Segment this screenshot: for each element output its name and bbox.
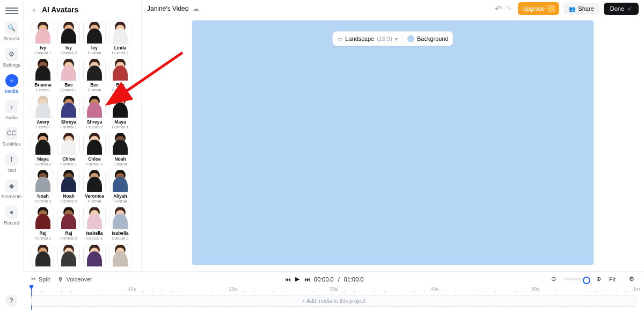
avatar-cell[interactable]	[57, 244, 80, 267]
cloud-sync-icon[interactable]: ☁	[193, 5, 199, 12]
timeline-settings-button[interactable]: ⚙	[627, 276, 636, 283]
hamburger-icon[interactable]	[5, 4, 18, 17]
avatar-name: Isabella	[112, 231, 128, 236]
ruler-minor-tick	[324, 291, 324, 292]
avatar-thumb	[32, 244, 54, 267]
ruler-minor-tick	[576, 291, 576, 292]
avatar-cell[interactable]	[83, 244, 106, 267]
nav-audio[interactable]: ♪ Audio	[0, 97, 24, 124]
avatar-thumb	[57, 96, 80, 118]
back-button[interactable]: ‹	[30, 6, 38, 13]
avatar-cell[interactable]: Shreya Casual 2	[83, 96, 106, 129]
avatar-variant: Formal 2	[60, 236, 77, 241]
ruler-minor-tick	[172, 291, 173, 292]
avatar-name: Veronica	[85, 194, 104, 199]
avatar-cell[interactable]: Shreya Formal 1	[57, 96, 80, 129]
done-button[interactable]: Done ✓	[604, 3, 639, 15]
avatar-cell[interactable]: Ivy Casual 2	[57, 21, 80, 55]
nav-subtitles[interactable]: CC Subtitles	[0, 124, 24, 150]
avatar-cell[interactable]	[31, 244, 55, 267]
avatar-cell[interactable]: Raj Formal 2	[57, 207, 80, 241]
avatar-thumb	[57, 59, 80, 81]
nav-settings[interactable]: ⚙ Settings	[0, 45, 24, 71]
avatar-cell[interactable]: Noah Formal 2	[57, 170, 80, 204]
avatar-name: Maya	[114, 120, 126, 125]
avatar-cell[interactable]: Maya Formal 1	[108, 96, 132, 129]
ruler-minor-tick	[525, 291, 526, 292]
zoom-slider[interactable]	[564, 278, 589, 280]
ruler-minor-tick	[112, 291, 112, 292]
canvas[interactable]: ▭ Landscape (16:9) ▾ Background	[192, 20, 594, 265]
avatar-cell[interactable]: Avery Formal	[31, 96, 55, 129]
avatar-cell[interactable]: Bec Formal	[83, 59, 106, 92]
nav-elements[interactable]: ◆ Elements	[0, 176, 24, 202]
ruler-minor-tick	[41, 291, 42, 292]
avatar-cell[interactable]: Isabella Casual 2	[108, 207, 132, 241]
avatar-cell[interactable]: Bec Casual 1	[57, 59, 80, 92]
avatar-variant: Formal 1	[60, 162, 77, 167]
help-button[interactable]: ?	[5, 295, 17, 307]
project-title[interactable]: Janine's Video	[147, 5, 188, 12]
split-button[interactable]: ✂ Split	[31, 276, 50, 283]
split-label: Split	[39, 276, 50, 283]
redo-button[interactable]: ↷	[503, 4, 513, 14]
aspect-dropdown[interactable]: ▭ Landscape (16:9) ▾	[337, 35, 398, 42]
background-button[interactable]: Background	[407, 35, 449, 42]
top-bar: Janine's Video ☁ ↶ ↷ Upgrade ⚡ 👥 Share D…	[142, 0, 644, 17]
undo-button[interactable]: ↶	[493, 4, 503, 14]
ruler-minor-tick	[52, 291, 52, 292]
avatar-thumb	[57, 133, 80, 155]
upgrade-button[interactable]: Upgrade ⚡	[518, 2, 559, 15]
nav-label: Search	[4, 36, 19, 41]
avatar-cell[interactable]: Raj Formal 1	[31, 207, 55, 241]
avatar-name: Aliyah	[113, 194, 127, 199]
ruler-minor-tick	[455, 291, 456, 292]
voiceover-button[interactable]: 🎙 Voiceover	[57, 276, 92, 283]
nav-text[interactable]: T Text	[0, 150, 24, 176]
zoom-out-button[interactable]: ⊖	[549, 276, 559, 283]
avatar-cell[interactable]: Chloe Formal 1	[57, 133, 80, 167]
avatar-variant: Casual 2	[112, 88, 129, 93]
nav-search[interactable]: 🔍 Search	[0, 18, 24, 45]
share-button[interactable]: 👥 Share	[564, 3, 599, 15]
sidebar: 🔍 Search⚙ Settings＋ Media♪ AudioCC Subti…	[0, 0, 24, 271]
avatar-cell[interactable]: Brianna Formal	[31, 59, 55, 92]
avatar-thumb	[109, 59, 131, 81]
avatar-cell[interactable]: Noah Formal 3	[31, 170, 55, 204]
avatar-variant: Casual 2	[60, 50, 77, 56]
skip-forward-button[interactable]: ⏭	[302, 276, 312, 283]
avatar-cell[interactable]: Isabella Casual 1	[83, 207, 106, 241]
avatar-cell[interactable]: Linda Formal 2	[108, 21, 132, 55]
avatar-cell[interactable]: Bec Casual 2	[108, 59, 132, 92]
avatar-cell[interactable]: Maya Formal 2	[31, 133, 55, 167]
done-label: Done	[610, 5, 624, 12]
background-label: Background	[417, 35, 449, 42]
share-icon: 👥	[569, 6, 575, 12]
avatar-cell[interactable]: Chloe Formal 2	[83, 133, 106, 167]
avatar-thumb	[83, 244, 106, 267]
avatar-cell[interactable]	[108, 244, 132, 267]
ruler-tick: 1m	[633, 286, 640, 292]
avatar-thumb	[32, 96, 54, 118]
ruler[interactable]: 10s20s30s40s50s1m	[31, 286, 636, 293]
nav-record[interactable]: ● Record	[0, 202, 24, 229]
avatar-cell[interactable]: Ivy Formal	[83, 21, 106, 55]
avatar-thumb	[57, 170, 80, 192]
ruler-minor-tick	[263, 291, 264, 292]
zoom-in-button[interactable]: ⊕	[594, 276, 604, 283]
empty-track[interactable]: + Add media to this project	[31, 295, 636, 307]
play-button[interactable]: ▶	[292, 276, 302, 283]
nav-media[interactable]: ＋ Media	[0, 71, 24, 97]
divider	[621, 275, 621, 284]
avatar-thumb	[32, 59, 54, 81]
nav-label: Elements	[2, 194, 22, 199]
skip-back-button[interactable]: ⏮	[283, 276, 292, 283]
avatar-cell[interactable]: Aliyah Formal	[108, 170, 132, 204]
ruler-minor-tick	[223, 291, 223, 292]
avatar-cell[interactable]: Ivy Casual 1	[31, 21, 55, 55]
nav-label: Text	[7, 168, 16, 173]
fit-button[interactable]: Fit	[609, 276, 616, 283]
avatar-scroll[interactable]: Ivy Casual 1 Ivy Casual 2 Ivy Formal Lin…	[24, 19, 141, 271]
avatar-cell[interactable]: Veronica Formal	[83, 170, 106, 204]
avatar-cell[interactable]: Noah Casual	[108, 133, 132, 167]
